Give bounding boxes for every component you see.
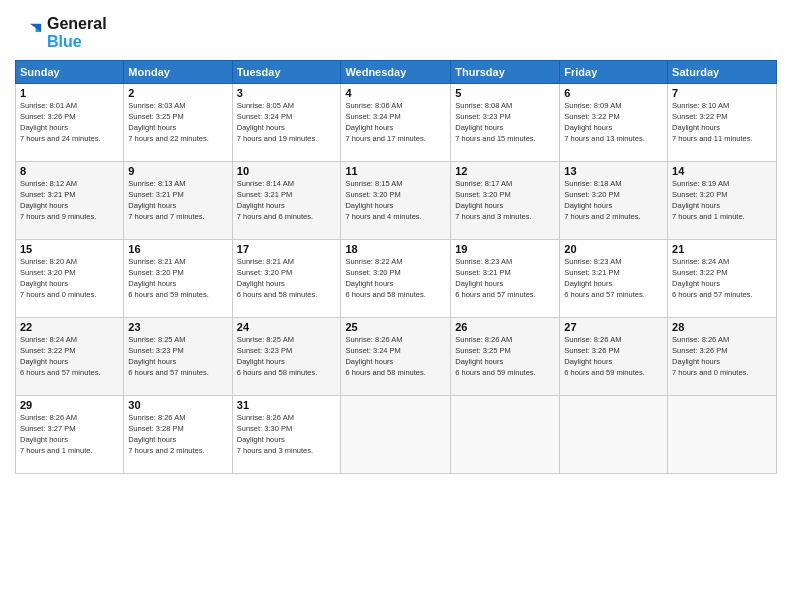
day-info: Sunrise: 8:10 AM Sunset: 3:22 PM Dayligh… [672,101,772,145]
day-info: Sunrise: 8:26 AM Sunset: 3:26 PM Dayligh… [672,335,772,379]
day-number: 11 [345,165,446,177]
calendar-cell: 4 Sunrise: 8:06 AM Sunset: 3:24 PM Dayli… [341,84,451,162]
calendar-week-5: 29 Sunrise: 8:26 AM Sunset: 3:27 PM Dayl… [16,396,777,474]
day-info: Sunrise: 8:08 AM Sunset: 3:23 PM Dayligh… [455,101,555,145]
calendar-cell: 21 Sunrise: 8:24 AM Sunset: 3:22 PM Dayl… [668,240,777,318]
day-info: Sunrise: 8:18 AM Sunset: 3:20 PM Dayligh… [564,179,663,223]
calendar-cell: 18 Sunrise: 8:22 AM Sunset: 3:20 PM Dayl… [341,240,451,318]
logo-icon [15,19,43,47]
calendar-cell: 14 Sunrise: 8:19 AM Sunset: 3:20 PM Dayl… [668,162,777,240]
day-info: Sunrise: 8:23 AM Sunset: 3:21 PM Dayligh… [455,257,555,301]
calendar-cell: 15 Sunrise: 8:20 AM Sunset: 3:20 PM Dayl… [16,240,124,318]
day-info: Sunrise: 8:26 AM Sunset: 3:30 PM Dayligh… [237,413,337,457]
day-number: 12 [455,165,555,177]
day-info: Sunrise: 8:03 AM Sunset: 3:25 PM Dayligh… [128,101,227,145]
calendar-cell: 12 Sunrise: 8:17 AM Sunset: 3:20 PM Dayl… [451,162,560,240]
calendar-week-3: 15 Sunrise: 8:20 AM Sunset: 3:20 PM Dayl… [16,240,777,318]
day-number: 29 [20,399,119,411]
day-info: Sunrise: 8:09 AM Sunset: 3:22 PM Dayligh… [564,101,663,145]
calendar-cell: 2 Sunrise: 8:03 AM Sunset: 3:25 PM Dayli… [124,84,232,162]
day-number: 27 [564,321,663,333]
calendar-week-4: 22 Sunrise: 8:24 AM Sunset: 3:22 PM Dayl… [16,318,777,396]
calendar-cell: 28 Sunrise: 8:26 AM Sunset: 3:26 PM Dayl… [668,318,777,396]
day-info: Sunrise: 8:05 AM Sunset: 3:24 PM Dayligh… [237,101,337,145]
day-number: 13 [564,165,663,177]
day-info: Sunrise: 8:25 AM Sunset: 3:23 PM Dayligh… [128,335,227,379]
day-number: 19 [455,243,555,255]
day-info: Sunrise: 8:13 AM Sunset: 3:21 PM Dayligh… [128,179,227,223]
day-info: Sunrise: 8:25 AM Sunset: 3:23 PM Dayligh… [237,335,337,379]
day-number: 2 [128,87,227,99]
day-info: Sunrise: 8:26 AM Sunset: 3:24 PM Dayligh… [345,335,446,379]
day-info: Sunrise: 8:17 AM Sunset: 3:20 PM Dayligh… [455,179,555,223]
calendar-cell: 6 Sunrise: 8:09 AM Sunset: 3:22 PM Dayli… [560,84,668,162]
day-info: Sunrise: 8:22 AM Sunset: 3:20 PM Dayligh… [345,257,446,301]
day-header-monday: Monday [124,61,232,84]
calendar-cell: 8 Sunrise: 8:12 AM Sunset: 3:21 PM Dayli… [16,162,124,240]
day-number: 23 [128,321,227,333]
calendar-cell: 3 Sunrise: 8:05 AM Sunset: 3:24 PM Dayli… [232,84,341,162]
day-header-friday: Friday [560,61,668,84]
calendar-cell: 10 Sunrise: 8:14 AM Sunset: 3:21 PM Dayl… [232,162,341,240]
day-header-thursday: Thursday [451,61,560,84]
calendar-cell: 11 Sunrise: 8:15 AM Sunset: 3:20 PM Dayl… [341,162,451,240]
day-number: 17 [237,243,337,255]
day-number: 20 [564,243,663,255]
calendar-cell: 29 Sunrise: 8:26 AM Sunset: 3:27 PM Dayl… [16,396,124,474]
day-number: 24 [237,321,337,333]
day-number: 8 [20,165,119,177]
calendar-cell: 24 Sunrise: 8:25 AM Sunset: 3:23 PM Dayl… [232,318,341,396]
day-info: Sunrise: 8:26 AM Sunset: 3:27 PM Dayligh… [20,413,119,457]
day-info: Sunrise: 8:24 AM Sunset: 3:22 PM Dayligh… [672,257,772,301]
day-info: Sunrise: 8:15 AM Sunset: 3:20 PM Dayligh… [345,179,446,223]
day-info: Sunrise: 8:26 AM Sunset: 3:25 PM Dayligh… [455,335,555,379]
calendar-cell: 20 Sunrise: 8:23 AM Sunset: 3:21 PM Dayl… [560,240,668,318]
day-info: Sunrise: 8:24 AM Sunset: 3:22 PM Dayligh… [20,335,119,379]
calendar-cell: 7 Sunrise: 8:10 AM Sunset: 3:22 PM Dayli… [668,84,777,162]
day-number: 9 [128,165,227,177]
day-number: 16 [128,243,227,255]
calendar-cell [668,396,777,474]
calendar-week-2: 8 Sunrise: 8:12 AM Sunset: 3:21 PM Dayli… [16,162,777,240]
header: General Blue [15,15,777,50]
day-info: Sunrise: 8:26 AM Sunset: 3:26 PM Dayligh… [564,335,663,379]
calendar-cell: 9 Sunrise: 8:13 AM Sunset: 3:21 PM Dayli… [124,162,232,240]
day-number: 25 [345,321,446,333]
day-number: 28 [672,321,772,333]
day-header-saturday: Saturday [668,61,777,84]
calendar-cell: 5 Sunrise: 8:08 AM Sunset: 3:23 PM Dayli… [451,84,560,162]
day-number: 1 [20,87,119,99]
calendar-cell: 17 Sunrise: 8:21 AM Sunset: 3:20 PM Dayl… [232,240,341,318]
day-number: 21 [672,243,772,255]
day-number: 15 [20,243,119,255]
day-info: Sunrise: 8:20 AM Sunset: 3:20 PM Dayligh… [20,257,119,301]
logo-text: General Blue [47,15,107,50]
day-number: 30 [128,399,227,411]
day-info: Sunrise: 8:19 AM Sunset: 3:20 PM Dayligh… [672,179,772,223]
day-info: Sunrise: 8:21 AM Sunset: 3:20 PM Dayligh… [128,257,227,301]
calendar-week-1: 1 Sunrise: 8:01 AM Sunset: 3:26 PM Dayli… [16,84,777,162]
day-number: 3 [237,87,337,99]
calendar-cell: 23 Sunrise: 8:25 AM Sunset: 3:23 PM Dayl… [124,318,232,396]
day-info: Sunrise: 8:12 AM Sunset: 3:21 PM Dayligh… [20,179,119,223]
day-info: Sunrise: 8:21 AM Sunset: 3:20 PM Dayligh… [237,257,337,301]
calendar-cell: 25 Sunrise: 8:26 AM Sunset: 3:24 PM Dayl… [341,318,451,396]
calendar-cell: 30 Sunrise: 8:26 AM Sunset: 3:28 PM Dayl… [124,396,232,474]
calendar-cell [341,396,451,474]
day-header-sunday: Sunday [16,61,124,84]
day-header-wednesday: Wednesday [341,61,451,84]
calendar-cell: 22 Sunrise: 8:24 AM Sunset: 3:22 PM Dayl… [16,318,124,396]
day-number: 26 [455,321,555,333]
calendar-cell: 26 Sunrise: 8:26 AM Sunset: 3:25 PM Dayl… [451,318,560,396]
day-number: 4 [345,87,446,99]
logo: General Blue [15,15,107,50]
calendar-cell: 27 Sunrise: 8:26 AM Sunset: 3:26 PM Dayl… [560,318,668,396]
day-info: Sunrise: 8:01 AM Sunset: 3:26 PM Dayligh… [20,101,119,145]
calendar-cell [560,396,668,474]
calendar-page: General Blue SundayMondayTuesdayWednesda… [0,0,792,612]
day-info: Sunrise: 8:06 AM Sunset: 3:24 PM Dayligh… [345,101,446,145]
calendar-cell: 19 Sunrise: 8:23 AM Sunset: 3:21 PM Dayl… [451,240,560,318]
day-info: Sunrise: 8:26 AM Sunset: 3:28 PM Dayligh… [128,413,227,457]
day-number: 18 [345,243,446,255]
day-number: 6 [564,87,663,99]
